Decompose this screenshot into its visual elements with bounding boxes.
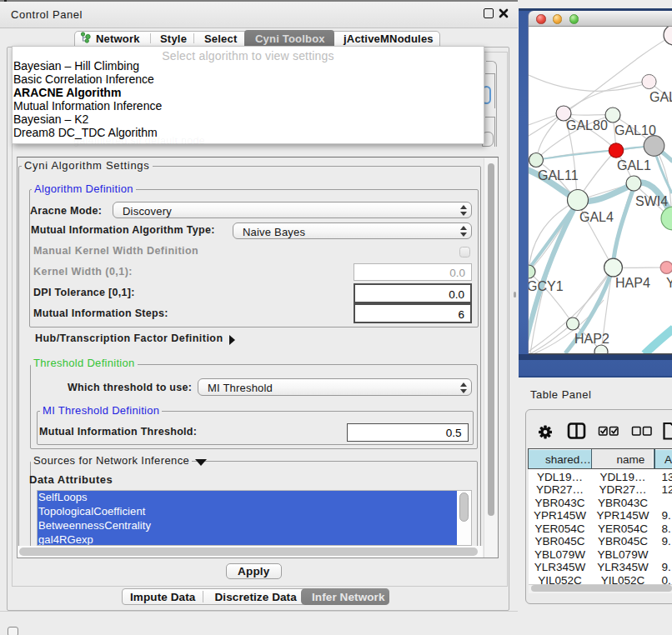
svg-text:HAP2: HAP2 bbox=[574, 332, 609, 346]
svg-text:GAL11: GAL11 bbox=[538, 168, 579, 182]
svg-text:GAL80: GAL80 bbox=[566, 118, 608, 132]
svg-text:GAL4: GAL4 bbox=[579, 210, 614, 224]
svg-text:Y: Y bbox=[666, 276, 672, 290]
svg-text:GAL10: GAL10 bbox=[614, 123, 656, 138]
svg-text:GCY1: GCY1 bbox=[529, 279, 564, 293]
svg-text:SWI4: SWI4 bbox=[635, 194, 668, 208]
svg-text:GAL7: GAL7 bbox=[649, 90, 672, 104]
svg-text:HAP4: HAP4 bbox=[615, 276, 650, 290]
svg-text:GAL1: GAL1 bbox=[617, 158, 651, 172]
